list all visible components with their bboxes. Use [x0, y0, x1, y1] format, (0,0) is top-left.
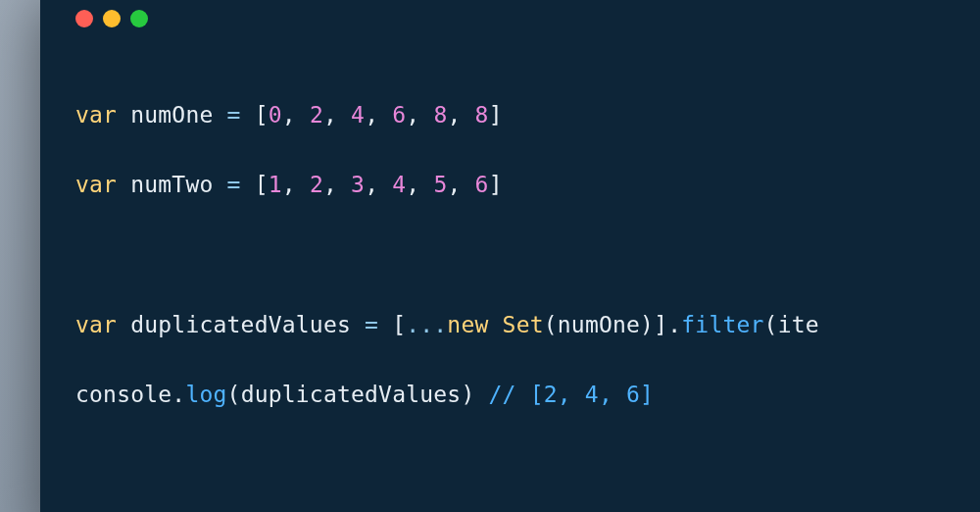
identifier: numOne	[130, 102, 213, 128]
operator-equals: =	[351, 312, 392, 337]
bracket-open: [	[392, 312, 406, 337]
spread-operator: ...	[406, 312, 447, 337]
code-block: var numOne = [0, 2, 4, 6, 8, 8] var numT…	[75, 63, 980, 483]
paren-close: )	[461, 382, 474, 407]
dot: .	[172, 382, 185, 407]
comma: ,	[282, 102, 310, 128]
comment: // [2, 4, 6]	[489, 382, 655, 407]
close-icon[interactable]	[75, 10, 93, 27]
number: 5	[433, 172, 447, 197]
bracket-open: [	[255, 172, 269, 197]
maximize-icon[interactable]	[130, 10, 148, 27]
comma: ,	[447, 102, 474, 128]
operator-equals: =	[214, 172, 255, 197]
keyword-var: var	[75, 172, 117, 197]
number: 8	[475, 102, 489, 128]
number: 3	[351, 172, 365, 197]
identifier-partial: ite	[778, 312, 819, 337]
bracket-close: ]	[489, 172, 503, 197]
paren-open: (	[544, 312, 558, 337]
keyword-new: new	[447, 312, 488, 337]
method-log: log	[185, 382, 226, 407]
code-window: var numOne = [0, 2, 4, 6, 8, 8] var numT…	[40, 0, 980, 512]
number: 4	[392, 172, 406, 197]
operator-equals: =	[214, 102, 255, 128]
paren-close: )	[640, 312, 654, 337]
class-set: Set	[503, 312, 544, 337]
code-line-4: console.log(duplicatedValues) // [2, 4, …	[75, 378, 980, 413]
identifier-console: console	[75, 382, 172, 407]
number: 6	[392, 102, 406, 128]
code-line-3: var duplicatedValues = [...new Set(numOn…	[75, 308, 980, 343]
number: 1	[269, 172, 282, 197]
number: 2	[310, 172, 323, 197]
space	[489, 312, 503, 337]
comma: ,	[406, 172, 433, 197]
paren-open: (	[227, 382, 241, 407]
comma: ,	[365, 172, 392, 197]
minimize-icon[interactable]	[103, 10, 121, 27]
number: 2	[310, 102, 323, 128]
bracket-close: ]	[654, 312, 667, 337]
number: 0	[269, 102, 282, 128]
blank-line	[75, 237, 980, 273]
method-filter: filter	[681, 312, 763, 337]
dot: .	[667, 312, 681, 337]
comma: ,	[323, 102, 351, 128]
bracket-close: ]	[489, 102, 503, 128]
identifier: numOne	[558, 312, 640, 337]
comma: ,	[447, 172, 474, 197]
number: 8	[433, 102, 447, 128]
paren-open: (	[764, 312, 778, 337]
code-line-1: var numOne = [0, 2, 4, 6, 8, 8]	[75, 98, 980, 133]
keyword-var: var	[75, 102, 117, 128]
comma: ,	[365, 102, 392, 128]
identifier: duplicatedValues	[241, 382, 462, 407]
comma: ,	[282, 172, 310, 197]
identifier: duplicatedValues	[130, 312, 351, 337]
code-line-2: var numTwo = [1, 2, 3, 4, 5, 6]	[75, 168, 980, 203]
number: 6	[475, 172, 489, 197]
number: 4	[351, 102, 365, 128]
keyword-var: var	[75, 312, 117, 337]
traffic-lights	[75, 10, 980, 27]
identifier: numTwo	[130, 172, 213, 197]
bracket-open: [	[255, 102, 269, 128]
comma: ,	[323, 172, 351, 197]
comma: ,	[406, 102, 433, 128]
space	[474, 382, 488, 407]
